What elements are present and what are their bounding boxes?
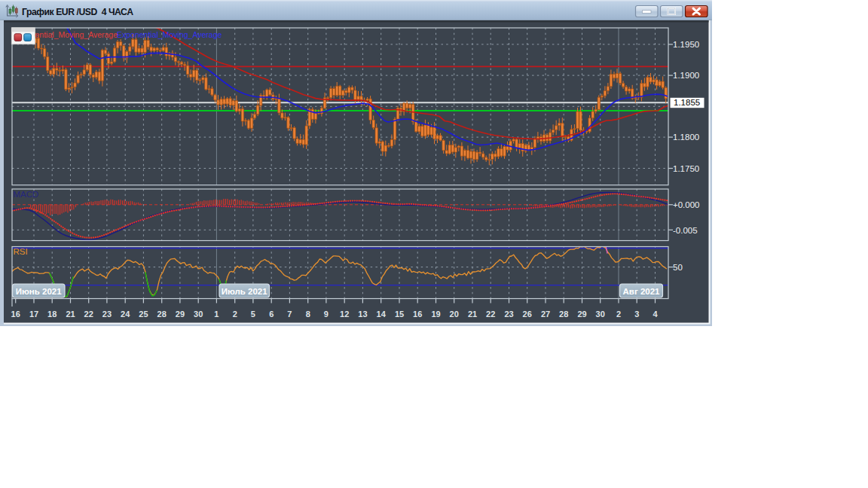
svg-text:23: 23 [102, 310, 112, 319]
svg-text:18: 18 [47, 310, 57, 319]
svg-text:-0.005: -0.005 [673, 226, 698, 235]
svg-text:+0.000: +0.000 [673, 200, 700, 209]
svg-text:15: 15 [395, 310, 404, 319]
svg-text:19: 19 [431, 310, 440, 319]
svg-text:График EUR /USD 4 ЧАСА: График EUR /USD 4 ЧАСА [22, 7, 133, 17]
svg-text:29: 29 [577, 310, 586, 319]
svg-text:30: 30 [194, 310, 203, 319]
svg-text:20: 20 [450, 310, 459, 319]
svg-text:1.1950: 1.1950 [673, 40, 699, 49]
svg-text:28: 28 [559, 310, 568, 319]
svg-text:1.1855: 1.1855 [674, 98, 700, 107]
svg-text:6: 6 [269, 310, 274, 319]
svg-text:16: 16 [11, 310, 20, 319]
svg-text:Июль 2021: Июль 2021 [222, 287, 268, 296]
svg-text:23: 23 [504, 310, 513, 319]
svg-text:ential_Moving_Average: ential_Moving_Average [35, 30, 118, 39]
svg-text:2: 2 [616, 310, 621, 319]
svg-text:4: 4 [653, 310, 658, 319]
svg-text:26: 26 [523, 310, 532, 319]
svg-text:1.1800: 1.1800 [673, 133, 699, 142]
svg-text:24: 24 [121, 310, 130, 319]
svg-text:13: 13 [358, 310, 367, 319]
svg-text:21: 21 [66, 310, 75, 319]
svg-text:Июнь 2021: Июнь 2021 [16, 287, 62, 296]
svg-text:28: 28 [157, 310, 167, 319]
svg-text:21: 21 [468, 310, 477, 319]
svg-text:16: 16 [413, 310, 422, 319]
svg-text:12: 12 [340, 310, 349, 319]
svg-text:Exponential_Moving_Average: Exponential_Moving_Average [117, 30, 222, 39]
svg-text:3: 3 [634, 310, 639, 319]
svg-text:9: 9 [324, 310, 329, 319]
svg-text:5: 5 [251, 310, 255, 319]
svg-text:25: 25 [139, 310, 148, 319]
svg-text:1.1900: 1.1900 [673, 71, 699, 80]
svg-text:17: 17 [29, 310, 38, 319]
svg-text:MACD: MACD [14, 190, 39, 199]
svg-text:22: 22 [486, 310, 495, 319]
svg-text:14: 14 [377, 310, 387, 319]
svg-text:8: 8 [306, 310, 310, 319]
svg-text:22: 22 [84, 310, 93, 319]
svg-text:1.1750: 1.1750 [673, 164, 699, 173]
svg-text:2: 2 [233, 310, 237, 319]
svg-text:1: 1 [214, 310, 219, 319]
svg-text:RSI: RSI [14, 247, 28, 256]
svg-text:Авг 2021: Авг 2021 [623, 287, 661, 296]
svg-text:7: 7 [287, 310, 292, 319]
svg-text:27: 27 [541, 310, 550, 319]
svg-text:30: 30 [596, 310, 605, 319]
svg-text:29: 29 [176, 310, 185, 319]
svg-text:50: 50 [673, 263, 683, 272]
